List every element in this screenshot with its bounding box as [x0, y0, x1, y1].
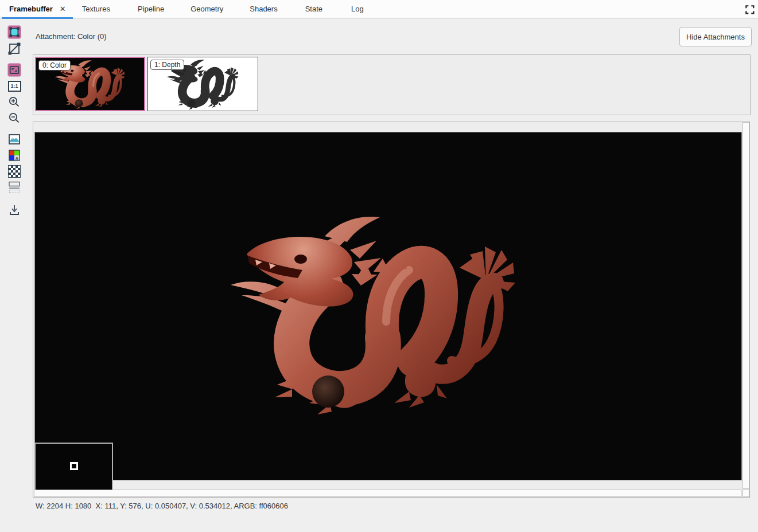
rgba-channels-button[interactable]: A — [7, 148, 21, 162]
dragon-render — [35, 132, 741, 480]
selection-off-button[interactable] — [7, 42, 21, 56]
visible-range-button[interactable] — [7, 180, 21, 194]
tab-textures-label: Textures — [82, 5, 110, 13]
zoom-in-button[interactable] — [7, 95, 21, 109]
texture-viewport — [33, 122, 750, 498]
rgba-channels-icon: A — [7, 148, 21, 162]
zoom-out-icon — [7, 111, 21, 125]
fit-window-icon — [8, 63, 21, 77]
range-bar-icon — [7, 180, 21, 194]
fit-to-window-button[interactable] — [7, 63, 21, 77]
attachments-strip: 0: Color 1: Depth — [33, 54, 751, 115]
attachment-label: Attachment: Color (0) — [36, 32, 107, 41]
horizontal-scrollbar[interactable] — [34, 490, 741, 497]
picked-pixel-marker — [70, 462, 78, 470]
zoom-1-1-icon: 1:1 — [8, 81, 21, 92]
tab-framebuffer[interactable]: Framebuffer ✕ — [0, 0, 73, 18]
alpha-checkerboard-button[interactable] — [7, 165, 21, 178]
save-icon — [7, 203, 21, 217]
close-icon[interactable]: ✕ — [60, 5, 66, 13]
tab-geometry[interactable]: Geometry — [185, 0, 229, 18]
fullscreen-icon[interactable] — [744, 4, 755, 14]
attachment-thumbnail-depth[interactable]: 1: Depth — [147, 57, 258, 111]
tab-pipeline-label: Pipeline — [138, 5, 164, 13]
image-overlay-icon — [7, 132, 21, 146]
status-bar: W: 2204 H: 1080 X: 111, Y: 576, U: 0.050… — [36, 502, 288, 510]
tab-log[interactable]: Log — [345, 0, 370, 18]
zoom-out-button[interactable] — [7, 111, 21, 125]
selection-square-icon — [8, 25, 21, 39]
tab-textures[interactable]: Textures — [76, 0, 116, 18]
zoom-1-1-button[interactable]: 1:1 — [7, 79, 21, 93]
attachment-thumbnail-color[interactable]: 0: Color — [35, 57, 145, 111]
tab-pipeline[interactable]: Pipeline — [132, 0, 170, 18]
overlay-image-button[interactable] — [7, 132, 21, 146]
tab-shaders[interactable]: Shaders — [244, 0, 283, 18]
tab-bar: Framebuffer ✕ Textures Pipeline Geometry… — [0, 0, 758, 18]
hide-attachments-button[interactable]: Hide Attachments — [679, 27, 752, 46]
tab-log-label: Log — [351, 5, 364, 13]
vertical-scrollbar[interactable] — [743, 122, 749, 489]
tab-shaders-label: Shaders — [250, 5, 277, 13]
svg-text:A: A — [15, 156, 19, 161]
tab-state-label: State — [305, 5, 322, 13]
scrollbar-corner — [743, 490, 749, 497]
save-texture-button[interactable] — [7, 203, 21, 217]
render-canvas[interactable] — [34, 132, 742, 480]
texture-selection-button[interactable] — [7, 25, 21, 39]
crossed-square-icon — [7, 42, 21, 56]
tab-framebuffer-label: Framebuffer — [9, 5, 53, 13]
framebuffer-window: Framebuffer ✕ Textures Pipeline Geometry… — [0, 0, 758, 532]
zoom-in-icon — [7, 95, 21, 109]
checkerboard-icon — [8, 165, 21, 178]
tab-geometry-label: Geometry — [191, 5, 223, 13]
pixel-context-overlay — [34, 443, 113, 491]
attachment-label-badge: 0: Color — [38, 60, 71, 71]
attachment-label-badge: 1: Depth — [150, 60, 184, 70]
tab-state[interactable]: State — [300, 0, 328, 18]
